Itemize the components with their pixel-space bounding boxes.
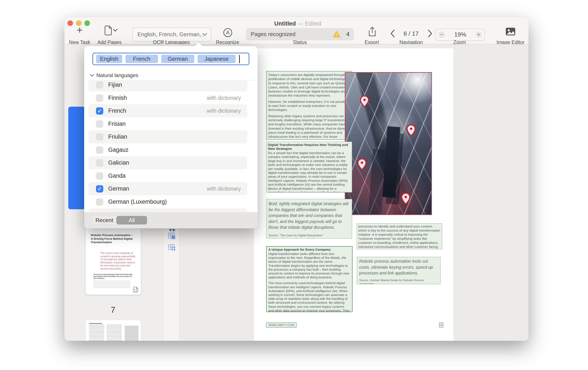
all-tab[interactable]: All [116,216,147,225]
ocr-languages-value: English, French, German,... [137,28,206,41]
chevron-right-icon [428,29,432,38]
add-pages-button[interactable] [104,26,117,35]
language-row[interactable]: German (Luxembourg) [88,195,247,208]
zoom-out-button[interactable]: − [438,31,445,38]
tower-shape [383,126,400,198]
block-a-text: Today's consumers are digitally empowere… [268,73,350,140]
language-token[interactable]: English [96,55,122,63]
thumb8-column [107,325,122,341]
language-checkbox[interactable] [96,107,103,115]
text-area-tool-icon[interactable] [169,229,175,231]
status-value: Pages recognized [251,28,295,40]
page-thumbnail-selected[interactable] [68,107,85,209]
document-add-icon [104,26,117,35]
map-pin-icon [406,124,416,137]
split-cells-tool-icon[interactable] [168,243,176,251]
recent-tab[interactable]: Recent [92,216,116,225]
language-row-partial[interactable] [88,208,247,212]
block-c-source2: McKinsey Quarterly, February 2017. [269,237,350,239]
navigation-value: 6 / 17 [399,30,424,37]
app-window: Untitled — Edited + New Task Add Pages E… [64,17,528,341]
status-pill[interactable]: Pages recognized ! 4 [246,28,354,40]
page-thumbnail-7[interactable]: Robotic Process Automation – A Driving F… [85,227,141,295]
zoom-in-button[interactable]: + [475,31,482,38]
language-checkbox[interactable] [96,120,103,128]
ocr-languages-popup: EnglishFrenchGermanJapanese Natural lang… [84,46,258,228]
block-f-source1: Source: Gartner Market Guide for Robotic… [359,278,438,284]
circled-a-icon: A [223,28,233,38]
block-c-quote: Bold, tightly integrated digital strateg… [269,201,350,230]
fullscreen-button[interactable] [84,21,90,26]
language-row[interactable]: Galician [88,156,247,169]
recognize-button[interactable]: A [223,28,233,38]
zoom-separator [448,31,449,39]
language-name: German [108,182,129,195]
thumb7-bold-text: They need to automatically extract all r… [93,273,133,279]
natural-languages-section-header[interactable]: Natural languages [90,72,138,78]
section-label: Natural languages [96,72,138,78]
language-row[interactable]: Gagauz [88,143,247,156]
language-name: Galician [108,156,129,169]
language-checkbox[interactable] [96,198,103,206]
block-b-heading: Digital Transformation Requires New Thin… [268,143,350,151]
warning-count: 4 [346,28,349,40]
language-row[interactable]: French with dictionary [88,104,247,117]
ocr-text-block-d[interactable]: A Unique Approach for Every Company Digi… [266,246,353,312]
nav-previous-button[interactable] [390,29,395,38]
language-token[interactable]: German [161,55,194,63]
thumb7-title: Robotic Process Automation – A Driving F… [91,234,135,244]
language-row[interactable]: Friulian [88,130,247,143]
language-row[interactable]: Frisian [88,117,247,131]
window-title: Untitled — Edited [253,21,342,27]
new-task-button[interactable]: + [74,25,85,35]
nav-next-button[interactable] [428,29,432,38]
language-tokens: EnglishFrenchGermanJapanese [96,55,239,63]
language-name: German (Luxembourg) [108,195,167,208]
footer-url-block[interactable]: WWW.ABBYY.COM [266,323,296,328]
language-row[interactable]: Finnish with dictionary [88,92,247,104]
table-area-tool-icon[interactable] [168,232,176,239]
language-checkbox[interactable] [96,159,103,166]
thumb8-column [124,325,139,341]
page-type-icon [133,287,138,293]
svg-text:A: A [226,30,230,35]
language-checkbox[interactable] [96,81,103,89]
language-search-input[interactable]: EnglishFrenchGermanJapanese [92,52,250,65]
close-button[interactable] [67,21,73,26]
language-row[interactable]: German with dictionary [88,182,247,195]
language-checkbox[interactable] [96,94,103,102]
block-c-source1: Source: "The Case for Digital Reinventio… [269,234,350,237]
page-thumbnail-8[interactable] [85,320,141,341]
chevron-left-icon [390,29,395,38]
language-token[interactable]: Japanese [198,55,235,63]
block-b-text: It's a simple fact that digital transfor… [268,151,350,193]
city-photo-block[interactable] [345,72,432,215]
language-checkbox[interactable] [96,185,103,193]
ocr-text-block-a[interactable]: Today's consumers are digitally empowere… [266,71,352,140]
zoom-separator [472,31,472,39]
document-page: Today's consumers are digitally empowere… [254,48,453,341]
language-checkbox[interactable] [96,146,103,154]
title-dash: — [297,21,303,27]
language-token[interactable]: French [125,55,158,63]
thumb8-column [89,325,104,341]
language-name: Finnish [108,92,127,104]
language-row[interactable]: Ganda [88,169,247,182]
language-name: Fijian [108,81,122,92]
language-name: French [108,104,126,117]
warning-triangle-icon: ! [333,31,340,38]
popup-footer: Recent All [84,212,258,228]
image-editor-button[interactable] [505,27,516,36]
ocr-text-block-b[interactable]: Digital Transformation Requires New Thin… [266,142,352,193]
ocr-quote-block-f[interactable]: Robotic process automation tools cut cos… [357,257,441,284]
export-button[interactable] [368,26,377,37]
language-name: Friulian [108,130,127,143]
ocr-quote-block-c[interactable]: Bold, tightly integrated digital strateg… [266,199,352,238]
language-checkbox[interactable] [96,133,103,141]
document-title: Untitled [274,21,296,27]
ocr-text-block-e[interactable]: processes to identify and understand you… [357,223,442,249]
document-state: Edited [305,21,321,27]
language-checkbox[interactable] [96,172,103,180]
footer-page-number-block[interactable]: 6 [439,323,443,328]
language-row[interactable]: Fijian [88,81,247,92]
